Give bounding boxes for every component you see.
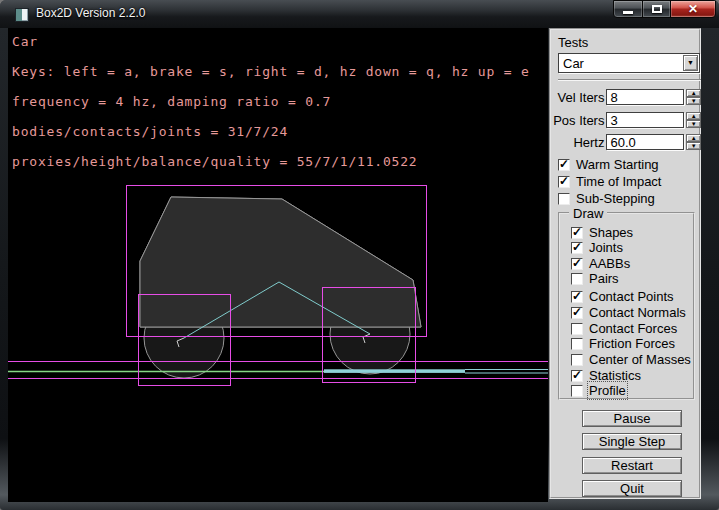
checkmark-icon: ✓ <box>572 368 582 382</box>
checkbox-icon[interactable]: ✓ <box>571 258 583 270</box>
checkmark-icon: ✓ <box>559 174 569 188</box>
checkbox-label: Shapes <box>589 225 633 240</box>
close-button[interactable]: ✕ <box>670 0 716 18</box>
checkbox-statistics[interactable]: ✓ Statistics <box>571 369 641 382</box>
tests-dropdown-value: Car <box>563 56 584 71</box>
checkbox-label: Contact Points <box>589 289 674 304</box>
pos-iters-input[interactable] <box>606 112 684 128</box>
caption-buttons: ✕ <box>614 0 716 18</box>
checkmark-icon: ✓ <box>572 240 582 254</box>
checkbox-label: AABBs <box>589 256 630 271</box>
pos-iters-stepper: ▲ ▼ <box>686 112 701 128</box>
checkbox-icon[interactable]: ✓ <box>571 291 583 303</box>
checkbox-joints[interactable]: ✓ Joints <box>571 241 623 254</box>
pos-iters-row: Pos Iters ▲ ▼ <box>553 112 701 128</box>
checkbox-label: Sub-Stepping <box>576 191 655 206</box>
checkbox-pairs[interactable]: Pairs <box>571 272 619 285</box>
checkbox-center-of-masses[interactable]: Center of Masses <box>571 353 691 366</box>
stat-line-keys: Keys: left = a, brake = s, right = d, hz… <box>12 64 530 79</box>
pos-iters-label: Pos Iters <box>553 113 604 128</box>
spinner-up-icon[interactable]: ▲ <box>686 134 701 142</box>
checkbox-contact-points[interactable]: ✓ Contact Points <box>571 290 674 303</box>
hertz-input[interactable] <box>606 134 684 150</box>
checkbox-shapes[interactable]: ✓ Shapes <box>571 226 633 239</box>
checkbox-label: Statistics <box>589 368 641 383</box>
stat-line-bodies: bodies/contacts/joints = 31/7/24 <box>12 124 288 139</box>
checkbox-label: Contact Normals <box>589 305 686 320</box>
bridge-segment <box>324 369 465 373</box>
separator <box>558 79 701 81</box>
checkbox-icon[interactable] <box>571 385 583 397</box>
simulation-canvas[interactable]: Car Keys: left = a, brake = s, right = d… <box>8 28 548 502</box>
checkmark-icon: ✓ <box>572 256 582 270</box>
checkbox-icon[interactable] <box>571 273 583 285</box>
minimize-button[interactable] <box>613 0 643 18</box>
checkbox-icon[interactable] <box>571 354 583 366</box>
vel-iters-label: Vel Iters <box>553 90 604 105</box>
spinner-down-icon[interactable]: ▼ <box>686 120 701 128</box>
checkbox-icon[interactable]: ✓ <box>571 227 583 239</box>
title-bar[interactable]: Box2D Version 2.2.0 ✕ <box>0 0 719 28</box>
car-chassis-outline <box>140 197 421 327</box>
checkbox-friction-forces[interactable]: Friction Forces <box>571 337 675 350</box>
checkbox-profile[interactable]: Profile <box>571 384 626 397</box>
debug-stats-text: Car Keys: left = a, brake = s, right = d… <box>12 34 530 169</box>
checkbox-label: Contact Forces <box>589 321 677 336</box>
checkbox-icon[interactable]: ✓ <box>558 159 570 171</box>
spinner-up-icon[interactable]: ▲ <box>686 89 701 97</box>
hertz-stepper: ▲ ▼ <box>686 134 701 150</box>
checkbox-label: Center of Masses <box>589 352 691 367</box>
hertz-row: Hertz ▲ ▼ <box>553 134 701 150</box>
quit-button[interactable]: Quit <box>582 480 682 497</box>
stat-line-frequency: frequency = 4 hz, damping ratio = 0.7 <box>12 94 331 109</box>
minimize-icon <box>623 11 633 14</box>
spinner-down-icon[interactable]: ▼ <box>686 97 701 105</box>
tests-dropdown[interactable]: Car ▼ <box>558 53 700 73</box>
checkbox-label: Pairs <box>589 271 619 286</box>
checkmark-icon: ✓ <box>572 225 582 239</box>
checkbox-label: Profile <box>589 383 626 398</box>
box2d-testbed-window: Box2D Version 2.2.0 ✕ <box>0 0 719 510</box>
chevron-down-icon[interactable]: ▼ <box>683 55 698 71</box>
restart-button[interactable]: Restart <box>582 457 682 474</box>
checkbox-icon[interactable]: ✓ <box>571 370 583 382</box>
spinner-down-icon[interactable]: ▼ <box>686 142 701 150</box>
checkbox-sub-stepping[interactable]: Sub-Stepping <box>558 192 655 205</box>
checkbox-icon[interactable] <box>571 323 583 335</box>
checkbox-icon[interactable]: ✓ <box>558 176 570 188</box>
spinner-up-icon[interactable]: ▲ <box>686 112 701 120</box>
close-icon: ✕ <box>688 2 698 16</box>
checkbox-contact-forces[interactable]: Contact Forces <box>571 322 677 335</box>
checkmark-icon: ✓ <box>572 305 582 319</box>
window-title: Box2D Version 2.2.0 <box>36 0 145 28</box>
checkmark-icon: ✓ <box>559 157 569 171</box>
checkbox-label: Friction Forces <box>589 336 675 351</box>
draw-group: Draw ✓ Shapes ✓ Joints ✓ AABBs Pairs ✓ C… <box>558 212 695 400</box>
control-panel: Tests Car ▼ Vel Iters ▲ ▼ Pos Iters ▲ ▼ … <box>549 28 701 499</box>
checkbox-icon[interactable]: ✓ <box>571 307 583 319</box>
draw-group-label: Draw <box>569 206 607 221</box>
vel-iters-input[interactable] <box>606 89 684 105</box>
checkmark-icon: ✓ <box>572 289 582 303</box>
checkbox-warm-starting[interactable]: ✓ Warm Starting <box>558 158 659 171</box>
hertz-label: Hertz <box>553 135 604 150</box>
maximize-icon <box>652 5 662 13</box>
tests-label: Tests <box>558 35 588 50</box>
stat-line-proxies: proxies/height/balance/quality = 55/7/1/… <box>12 154 417 169</box>
vel-iters-row: Vel Iters ▲ ▼ <box>553 89 701 105</box>
vel-iters-stepper: ▲ ▼ <box>686 89 701 105</box>
checkbox-time-of-impact[interactable]: ✓ Time of Impact <box>558 175 661 188</box>
checkbox-icon[interactable] <box>571 338 583 350</box>
pause-button[interactable]: Pause <box>582 410 682 427</box>
checkbox-label: Warm Starting <box>576 157 659 172</box>
app-icon <box>15 8 29 22</box>
stat-line-title: Car <box>12 34 38 49</box>
maximize-button[interactable] <box>642 0 671 18</box>
checkbox-icon[interactable]: ✓ <box>571 242 583 254</box>
checkbox-contact-normals[interactable]: ✓ Contact Normals <box>571 306 686 319</box>
checkbox-aabbs[interactable]: ✓ AABBs <box>571 257 630 270</box>
checkbox-label: Joints <box>589 240 623 255</box>
checkbox-icon[interactable] <box>558 193 570 205</box>
single-step-button[interactable]: Single Step <box>582 433 682 450</box>
checkbox-label: Time of Impact <box>576 174 661 189</box>
